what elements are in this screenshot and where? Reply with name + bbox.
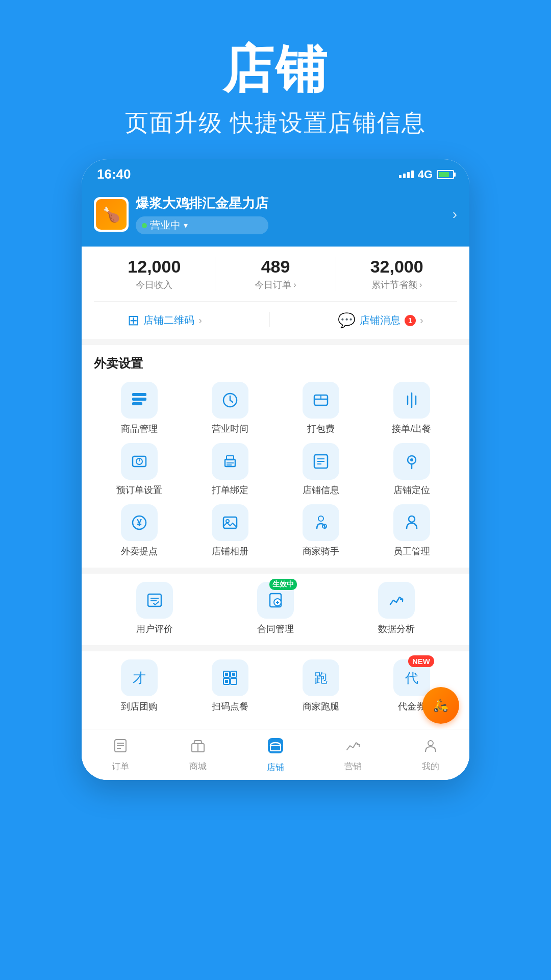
store-nav-icon — [266, 737, 285, 759]
store-name: 爆浆大鸡排汇金星力店 — [136, 194, 268, 212]
store-name-status: 爆浆大鸡排汇金星力店 营业中 ▾ — [136, 194, 268, 234]
nav-item-mine[interactable]: 我的 — [392, 732, 469, 777]
stat-savings[interactable]: 32,000 累计节省额 › — [336, 257, 457, 291]
nav-order-label: 订单 — [112, 761, 129, 772]
receive-label: 接单/出餐 — [392, 423, 431, 435]
preorder-label: 预订单设置 — [116, 484, 162, 496]
hours-icon — [212, 382, 248, 419]
stats-row: 12,000 今日收入 489 今日订单 › 32,000 累计节省额 › — [94, 257, 457, 302]
message-arrow: › — [420, 314, 423, 326]
analytics-icon — [378, 582, 415, 619]
nav-item-store[interactable]: 店铺 — [237, 731, 314, 778]
svg-rect-44 — [231, 678, 237, 684]
group-buy-label: 到店团购 — [121, 700, 158, 713]
phone-header: 🍗 爆浆大鸡排汇金星力店 营业中 ▾ › — [82, 186, 469, 247]
nav-store-label: 店铺 — [267, 762, 284, 773]
svg-rect-46 — [232, 673, 235, 676]
marketing-nav-icon — [345, 738, 361, 758]
menu-item-hours[interactable]: 营业时间 — [185, 382, 276, 435]
hours-label: 营业时间 — [212, 423, 248, 435]
menu-item-staff[interactable]: 员工管理 — [366, 504, 457, 557]
hero-subtitle: 页面升级 快捷设置店铺信息 — [0, 107, 551, 139]
stat-income-value: 12,000 — [94, 257, 215, 277]
menu-item-errand[interactable]: 跑 商家跑腿 — [276, 659, 366, 713]
location-label: 店铺定位 — [393, 484, 430, 496]
store-logo: 🍗 — [94, 197, 129, 232]
products-label: 商品管理 — [121, 423, 158, 435]
svg-text:才: 才 — [133, 670, 146, 685]
stat-orders-label: 今日订单 › — [215, 279, 336, 291]
qr-code-link[interactable]: ⊞ 店铺二维码 › — [128, 312, 202, 329]
store-info-row: 🍗 爆浆大鸡排汇金星力店 营业中 ▾ › — [94, 194, 457, 234]
nav-item-order[interactable]: 订单 — [82, 732, 159, 777]
stat-savings-value: 32,000 — [336, 257, 457, 277]
dropdown-icon: ▾ — [184, 220, 188, 230]
phone-content-scroll: 12,000 今日收入 489 今日订单 › 32,000 累计节省额 › ⊞ … — [82, 247, 469, 780]
fab-delivery-button[interactable]: 🛵 — [422, 687, 459, 724]
menu-item-printer[interactable]: 打单绑定 — [185, 443, 276, 496]
packaging-icon — [303, 382, 339, 419]
coupon-badge-new: NEW — [408, 655, 434, 667]
message-icon: 💬 — [338, 312, 356, 329]
packaging-label: 打包费 — [307, 423, 335, 435]
store-detail-chevron[interactable]: › — [453, 206, 457, 223]
menu-item-scan-order[interactable]: 扫码点餐 — [185, 659, 276, 713]
menu-item-tip[interactable]: ¥ 外卖提点 — [94, 504, 185, 557]
nav-item-shop[interactable]: 商城 — [159, 732, 237, 777]
hero-title: 店铺 — [0, 41, 551, 97]
stat-orders-value: 489 — [215, 257, 336, 277]
store-logo-inner: 🍗 — [96, 199, 127, 230]
menu-item-preorder[interactable]: 预订单设置 — [94, 443, 185, 496]
scan-order-label: 扫码点餐 — [212, 700, 248, 713]
store-status-label: 营业中 — [150, 218, 181, 232]
mine-nav-icon — [422, 738, 439, 758]
svg-line-5 — [230, 400, 233, 402]
menu-item-rider[interactable]: 商家骑手 — [276, 504, 366, 557]
printer-label: 打单绑定 — [212, 484, 248, 496]
menu-item-store-info[interactable]: 店铺信息 — [276, 443, 366, 496]
shop-nav-icon — [190, 738, 206, 758]
svg-rect-0 — [132, 393, 146, 396]
store-info-label: 店铺信息 — [303, 484, 339, 496]
coupon-icon: NEW 代 — [393, 659, 430, 696]
receive-icon — [393, 382, 430, 419]
qr-icon: ⊞ — [128, 312, 139, 329]
stat-daily-orders[interactable]: 489 今日订单 › — [215, 257, 336, 291]
section-title-delivery: 外卖设置 — [94, 355, 457, 372]
menu-item-packaging[interactable]: 打包费 — [276, 382, 366, 435]
hero-section: 店铺 页面升级 快捷设置店铺信息 — [0, 0, 551, 159]
status-time: 16:40 — [97, 166, 131, 182]
analytics-label: 数据分析 — [378, 623, 415, 635]
svg-point-30 — [318, 516, 323, 521]
nav-marketing-label: 营销 — [344, 761, 362, 772]
tip-icon: ¥ — [121, 504, 158, 541]
bottom-nav: 订单 商城 店铺 营销 我的 — [82, 729, 469, 780]
qr-label: 店铺二维码 — [143, 313, 194, 327]
nav-item-marketing[interactable]: 营销 — [314, 732, 392, 777]
stat-daily-income[interactable]: 12,000 今日收入 — [94, 257, 215, 291]
stat-income-label: 今日收入 — [94, 279, 215, 291]
svg-point-29 — [226, 520, 229, 523]
quick-link-divider — [269, 312, 270, 327]
errand-label: 商家跑腿 — [303, 700, 339, 713]
staff-label: 员工管理 — [393, 545, 430, 557]
store-status-badge[interactable]: 营业中 ▾ — [136, 216, 268, 234]
menu-item-review[interactable]: 用户评价 — [94, 582, 215, 635]
menu-item-group-buy[interactable]: 才 到店团购 — [94, 659, 185, 713]
store-message-link[interactable]: 💬 店铺消息 1 › — [338, 312, 423, 329]
stats-card: 12,000 今日收入 489 今日订单 › 32,000 累计节省额 › ⊞ … — [82, 247, 469, 339]
quick-links-row: ⊞ 店铺二维码 › 💬 店铺消息 1 › — [94, 302, 457, 329]
svg-rect-2 — [132, 402, 142, 405]
menu-item-location[interactable]: 店铺定位 — [366, 443, 457, 496]
contract-label: 合同管理 — [257, 623, 294, 635]
menu-item-album[interactable]: 店铺相册 — [185, 504, 276, 557]
menu-item-contract[interactable]: 生效中 合同管理 — [215, 582, 336, 635]
menu-item-receive[interactable]: 接单/出餐 — [366, 382, 457, 435]
message-badge: 1 — [405, 315, 416, 326]
svg-rect-28 — [223, 517, 237, 528]
menu-item-products[interactable]: 商品管理 — [94, 382, 185, 435]
location-icon — [393, 443, 430, 480]
menu-item-analytics[interactable]: 数据分析 — [336, 582, 457, 635]
svg-rect-1 — [132, 398, 146, 401]
status-dot — [142, 223, 147, 228]
